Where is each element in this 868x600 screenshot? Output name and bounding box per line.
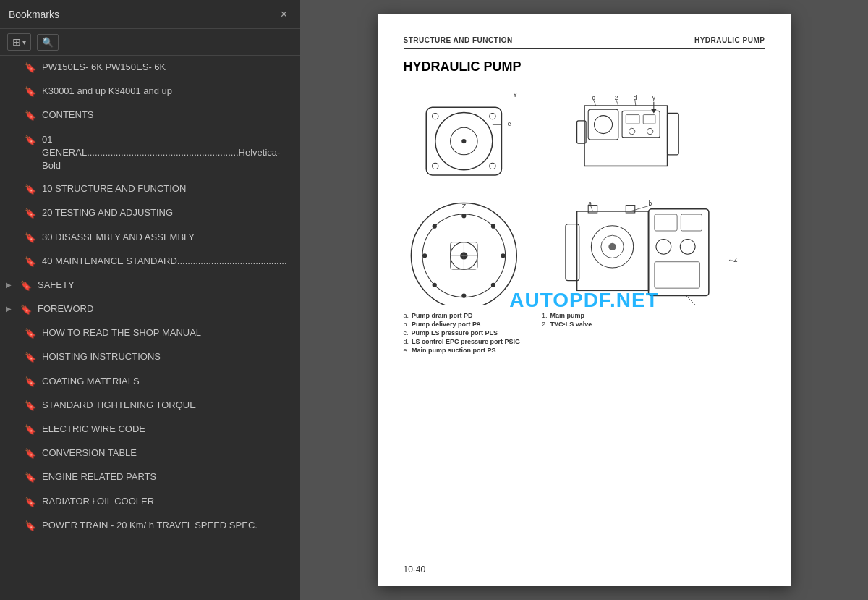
svg-point-7 [432, 163, 438, 169]
bookmark-item[interactable]: 🔖30 DISASSEMBLY AND ASSEMBLY [0, 226, 300, 250]
expand-all-button[interactable]: ⊞ ▾ [7, 33, 31, 51]
svg-rect-50 [576, 211, 648, 290]
bookmark-item[interactable]: 🔖ELECTRIC WIRE CODE [0, 418, 300, 441]
svg-point-56 [680, 239, 695, 254]
bookmark-label: FOREWORD [38, 303, 293, 316]
bookmark-item[interactable]: 🔖CONTENTS [0, 103, 300, 127]
svg-point-41 [422, 253, 427, 258]
bookmark-label: 40 MAINTENANCE STANDARD.................… [42, 255, 293, 268]
svg-text:Y: Y [513, 90, 518, 98]
bookmark-item[interactable]: 🔖HOISTING INSTRUCTIONS [0, 345, 300, 369]
bookmark-item[interactable]: 🔖COATING MATERIALS [0, 370, 300, 394]
bookmark-item[interactable]: 🔖10 STRUCTURE AND FUNCTION [0, 177, 300, 201]
bookmark-label: 20 TESTING AND ADJUSTING [42, 206, 293, 219]
close-button[interactable]: × [276, 7, 292, 22]
page-header-right: HYDRAULIC PUMP [694, 36, 765, 44]
legend-item: c.Pump LS pressure port PLS [404, 329, 521, 337]
bookmark-icon: 🔖 [25, 447, 36, 460]
legend-key: e. [404, 347, 409, 354]
bookmark-item[interactable]: 🔖CONVERSION TABLE [0, 441, 300, 465]
bookmark-label: 30 DISASSEMBLY AND ASSEMBLY [42, 231, 293, 244]
svg-point-60 [608, 242, 616, 250]
bookmark-item[interactable]: ▶🔖SAFETY [0, 274, 300, 297]
bookmark-label: ENGINE RELATED PARTS [42, 470, 293, 483]
bookmarks-list: 🔖PW150ES- 6K PW150ES- 6K 🔖K30001 and up … [0, 56, 300, 600]
legend-col-left: a.Pump drain port PDb.Pump delivery port… [404, 312, 521, 354]
bookmark-label: RADIATOR ł OIL COOLER [42, 495, 293, 508]
expand-arrow-icon: ▶ [6, 304, 14, 314]
svg-line-63 [590, 205, 592, 211]
bookmark-item[interactable]: ▶🔖FOREWORD [0, 297, 300, 321]
bookmark-item[interactable]: 🔖ENGINE RELATED PARTS [0, 465, 300, 489]
bookmark-icon: 🔖 [25, 520, 36, 533]
svg-point-5 [432, 113, 438, 119]
diagram-container: Y e [404, 86, 765, 305]
expand-icon: ⊞ [12, 36, 21, 48]
bookmark-item[interactable]: 🔖RADIATOR ł OIL COOLER [0, 490, 300, 514]
bookmark-item[interactable]: 🔖POWER TRAIN - 20 Km/ h TRAVEL SPEED SPE… [0, 514, 300, 538]
bookmark-label: CONVERSION TABLE [42, 447, 293, 460]
bookmark-icon: 🔖 [25, 183, 36, 196]
legend-value: Pump delivery port PA [412, 321, 481, 328]
svg-rect-54 [681, 214, 702, 231]
svg-line-64 [630, 205, 650, 211]
svg-rect-53 [654, 214, 676, 231]
svg-point-8 [489, 163, 495, 169]
bookmark-icon: 🔖 [25, 62, 36, 75]
legend-key: 2. [542, 321, 548, 328]
page-main-title: HYDRAULIC PUMP [404, 59, 765, 75]
svg-point-39 [461, 293, 466, 297]
svg-line-65 [686, 295, 705, 304]
bookmark-icon: 🔖 [25, 255, 36, 269]
bookmark-icon: 🔖 [25, 109, 36, 122]
svg-point-42 [432, 224, 436, 228]
svg-rect-25 [667, 113, 678, 154]
legend-key: c. [404, 329, 409, 337]
bookmark-label: SAFETY [38, 279, 293, 292]
bookmark-item[interactable]: 🔖20 TESTING AND ADJUSTING [0, 201, 300, 225]
bookmark-label: 10 STRUCTURE AND FUNCTION [42, 182, 293, 195]
search-icon: 🔍 [42, 37, 54, 48]
bookmark-icon: 🔖 [25, 134, 36, 147]
svg-rect-18 [588, 109, 618, 140]
svg-point-40 [432, 282, 436, 287]
page-header-left: STRUCTURE AND FUNCTION [404, 36, 513, 44]
bookmark-label: K30001 and up K34001 and up [42, 85, 293, 98]
pdf-page: STRUCTURE AND FUNCTION HYDRAULIC PUMP HY… [378, 14, 791, 586]
svg-point-4 [461, 138, 466, 143]
legend-item: e.Main pump suction port PS [404, 347, 521, 354]
bookmark-item[interactable]: 🔖PW150ES- 6K PW150ES- 6K [0, 56, 300, 80]
bookmark-label: HOW TO READ THE SHOP MANUAL [42, 326, 293, 339]
legend-value: Pump LS pressure port PLS [412, 329, 498, 337]
bookmarks-toolbar: ⊞ ▾ 🔍 [0, 29, 300, 56]
legend-key: b. [404, 321, 409, 328]
legend-item: b.Pump delivery port PA [404, 321, 521, 328]
bookmark-icon: 🔖 [25, 232, 36, 245]
bookmarks-panel: Bookmarks × ⊞ ▾ 🔍 🔖PW150ES- 6K PW150ES- … [0, 0, 300, 600]
svg-text:←Z: ←Z [727, 255, 736, 263]
bookmark-icon: 🔖 [25, 400, 36, 413]
svg-point-55 [655, 239, 671, 254]
bookmark-item[interactable]: 🔖HOW TO READ THE SHOP MANUAL [0, 321, 300, 345]
bookmark-item[interactable]: 🔖STANDARD TIGHTENING TORQUE [0, 394, 300, 418]
bookmark-icon: 🔖 [25, 351, 36, 364]
svg-text:y: y [652, 93, 655, 101]
legend-item: 2.TVC•LS valve [542, 321, 592, 328]
bookmark-icon: 🔖 [25, 327, 36, 340]
svg-point-23 [629, 128, 634, 134]
search-bookmark-button[interactable]: 🔍 [37, 34, 59, 51]
bookmark-item[interactable]: 🔖K30001 and up K34001 and up [0, 80, 300, 103]
legend-col-right: 1.Main pump2.TVC•LS valve [542, 312, 592, 354]
bookmark-item[interactable]: 🔖01 GENERAL.............................… [0, 128, 300, 178]
legend-section: a.Pump drain port PDb.Pump delivery port… [404, 312, 765, 354]
legend-value: Main pump suction port PS [412, 347, 496, 354]
legend-item: 1.Main pump [542, 312, 592, 319]
expand-arrow-icon: ▶ [6, 280, 14, 290]
svg-point-38 [490, 282, 495, 287]
svg-rect-21 [626, 114, 639, 123]
bookmark-label: STANDARD TIGHTENING TORQUE [42, 399, 293, 412]
bookmark-item[interactable]: 🔖40 MAINTENANCE STANDARD................… [0, 250, 300, 274]
legend-value: Main pump [550, 312, 585, 319]
legend-key: a. [404, 312, 409, 319]
bookmark-icon: 🔖 [25, 85, 36, 98]
